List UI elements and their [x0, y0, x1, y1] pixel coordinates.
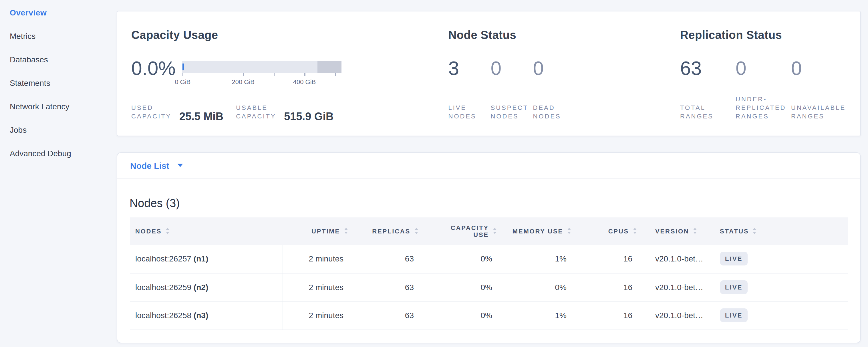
live-nodes-stat: 3 LIVE NODES — [448, 58, 491, 120]
sort-icon — [567, 228, 570, 234]
node-list-dropdown-label: Node List — [130, 160, 169, 170]
nodes-section: Nodes (3) NODES UPTIME REPLICAS CAPACITY… — [117, 179, 860, 342]
axis-label: 400 GiB — [293, 78, 316, 85]
unavailable-ranges-value: 0 — [791, 58, 846, 78]
node-status-panel: Node Status 3 LIVE NODES 0 SUSPECT NODES… — [448, 27, 680, 120]
sort-icon — [753, 228, 756, 234]
node-row-n3[interactable]: localhost:26258 (n3) 2 minutes 63 0% 1% … — [129, 301, 848, 329]
status-cell: LIVE — [708, 245, 848, 273]
status-cell: LIVE — [708, 301, 848, 329]
sidebar-item-databases[interactable]: Databases — [10, 56, 117, 64]
column-header-nodes[interactable]: NODES — [129, 217, 283, 245]
column-header-cpus[interactable]: CPUS — [570, 217, 637, 245]
uptime-cell: 2 minutes — [283, 301, 347, 329]
cpus-cell: 16 — [570, 273, 637, 301]
total-ranges-value: 63 — [680, 58, 736, 78]
capacity-use-cell: 0% — [418, 245, 496, 273]
capacity-use-cell: 0% — [418, 301, 496, 329]
memory-use-cell: 1% — [496, 301, 570, 329]
usable-capacity-label: USABLE CAPACITY — [236, 103, 282, 120]
column-header-version[interactable]: VERSION — [637, 217, 708, 245]
main-content: Capacity Usage 0.0% 0 GiB 200 Gi — [117, 10, 861, 343]
node-address-cell: localhost:26257 (n1) — [129, 245, 283, 273]
sort-icon — [344, 228, 347, 234]
under-replicated-ranges-value: 0 — [736, 58, 791, 78]
dead-nodes-label: DEAD NODES — [533, 103, 576, 120]
sort-icon — [493, 228, 496, 234]
axis-label: 200 GiB — [232, 78, 255, 85]
total-ranges-stat: 63 TOTAL RANGES — [680, 58, 736, 120]
capacity-usage-panel: Capacity Usage 0.0% 0 GiB 200 Gi — [131, 27, 448, 120]
under-replicated-ranges-stat: 0 UNDER-REPLICATED RANGES — [736, 58, 791, 120]
sidebar: Overview Metrics Databases Statements Ne… — [0, 0, 117, 173]
page: Overview Metrics Databases Statements Ne… — [0, 0, 868, 347]
capacity-bar-chart: 0 GiB 200 GiB 400 GiB — [182, 61, 341, 78]
column-header-status[interactable]: STATUS — [708, 217, 848, 245]
version-cell: v20.1.0-bet… — [637, 273, 708, 301]
memory-use-cell: 1% — [496, 245, 570, 273]
node-list-header: Node List — [117, 153, 860, 179]
node-status-title: Node Status — [448, 27, 680, 42]
cpus-cell: 16 — [570, 245, 637, 273]
sidebar-item-metrics[interactable]: Metrics — [10, 32, 117, 40]
suspect-nodes-value: 0 — [491, 58, 533, 78]
capacity-usage-title: Capacity Usage — [131, 27, 448, 42]
sidebar-item-jobs[interactable]: Jobs — [10, 126, 117, 134]
unavailable-ranges-label: UNAVAILABLE RANGES — [791, 103, 850, 120]
column-header-replicas[interactable]: REPLICAS — [347, 217, 418, 245]
node-list-dropdown[interactable]: Node List — [130, 160, 183, 170]
chevron-down-icon — [177, 164, 183, 167]
uptime-cell: 2 minutes — [283, 245, 347, 273]
node-row-n2[interactable]: localhost:26259 (n2) 2 minutes 63 0% 0% … — [129, 273, 848, 301]
memory-use-cell: 0% — [496, 273, 570, 301]
nodes-section-title: Nodes (3) — [129, 195, 848, 210]
capacity-bar-used-segment — [183, 63, 184, 70]
node-address-cell: localhost:26258 (n3) — [129, 301, 283, 329]
nodes-table: NODES UPTIME REPLICAS CAPACITY USE MEMOR… — [129, 217, 848, 330]
capacity-bar-track — [182, 61, 341, 72]
dead-nodes-value: 0 — [533, 58, 576, 78]
capacity-bar-other-segment — [318, 61, 341, 72]
capacity-axis-labels: 0 GiB 200 GiB 400 GiB — [182, 78, 341, 86]
sidebar-item-statements[interactable]: Statements — [10, 79, 117, 87]
usable-capacity-stat: USABLE CAPACITY 515.9 GiB — [236, 103, 334, 120]
dead-nodes-stat: 0 DEAD NODES — [533, 58, 576, 120]
node-list-card: Node List Nodes (3) NODES UPTIME — [117, 152, 861, 343]
suspect-nodes-stat: 0 SUSPECT NODES — [491, 58, 533, 120]
nodes-table-header-row: NODES UPTIME REPLICAS CAPACITY USE MEMOR… — [129, 217, 848, 245]
node-row-n1[interactable]: localhost:26257 (n1) 2 minutes 63 0% 1% … — [129, 245, 848, 273]
capacity-bar-axis — [182, 73, 341, 76]
column-header-memory-use[interactable]: MEMORY USE — [496, 217, 570, 245]
column-header-uptime[interactable]: UPTIME — [283, 217, 347, 245]
sort-icon — [165, 228, 169, 234]
sort-icon — [693, 228, 697, 234]
replication-status-title: Replication Status — [680, 27, 846, 42]
usable-capacity-value: 515.9 GiB — [284, 111, 334, 122]
status-badge: LIVE — [720, 252, 748, 265]
used-capacity-stat: USED CAPACITY 25.5 MiB — [131, 103, 223, 120]
replication-status-panel: Replication Status 63 TOTAL RANGES 0 UND… — [680, 27, 846, 120]
sort-icon — [633, 228, 637, 234]
live-nodes-value: 3 — [448, 58, 491, 78]
version-cell: v20.1.0-bet… — [637, 245, 708, 273]
sidebar-item-advanced-debug[interactable]: Advanced Debug — [10, 149, 117, 157]
column-header-capacity-use[interactable]: CAPACITY USE — [418, 217, 496, 245]
status-badge: LIVE — [720, 280, 748, 294]
cpus-cell: 16 — [570, 301, 637, 329]
capacity-used-percent: 0.0% — [131, 58, 176, 78]
status-cell: LIVE — [708, 273, 848, 301]
axis-label: 0 GiB — [175, 78, 190, 85]
live-nodes-label: LIVE NODES — [448, 103, 491, 120]
replicas-cell: 63 — [347, 301, 418, 329]
sort-icon — [414, 228, 418, 234]
under-replicated-ranges-label: UNDER-REPLICATED RANGES — [736, 95, 791, 120]
sidebar-item-network-latency[interactable]: Network Latency — [10, 102, 117, 111]
sidebar-item-overview[interactable]: Overview — [10, 8, 117, 17]
uptime-cell: 2 minutes — [283, 273, 347, 301]
status-badge: LIVE — [720, 309, 748, 322]
used-capacity-value: 25.5 MiB — [179, 111, 223, 122]
version-cell: v20.1.0-bet… — [637, 301, 708, 329]
capacity-use-cell: 0% — [418, 273, 496, 301]
sidebar-nav: Overview Metrics Databases Statements Ne… — [10, 8, 117, 157]
total-ranges-label: TOTAL RANGES — [680, 103, 736, 120]
